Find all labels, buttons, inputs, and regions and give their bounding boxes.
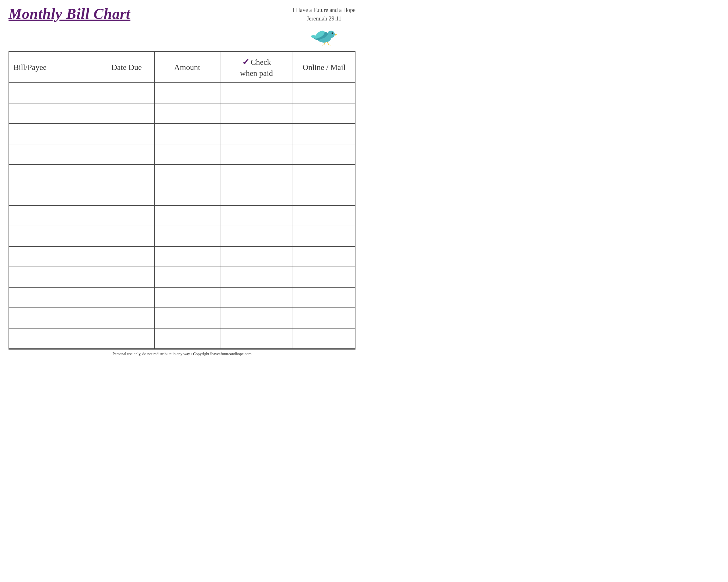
- table-cell[interactable]: [99, 246, 154, 267]
- check-label-line2: when paid: [240, 68, 273, 78]
- table-cell[interactable]: [293, 328, 355, 349]
- table-row: [9, 246, 355, 267]
- table-cell[interactable]: [154, 144, 220, 165]
- table-cell[interactable]: [99, 144, 154, 165]
- col-header-check: ✓ Check when paid: [220, 52, 293, 83]
- table-cell[interactable]: [9, 123, 99, 144]
- table-cell[interactable]: [154, 308, 220, 328]
- table-cell[interactable]: [293, 205, 355, 226]
- table-cell[interactable]: [220, 165, 293, 185]
- table-row: [9, 83, 355, 103]
- table-cell[interactable]: [99, 165, 154, 185]
- table-cell[interactable]: [293, 144, 355, 165]
- table-cell[interactable]: [154, 287, 220, 308]
- table-row: [9, 165, 355, 185]
- table-cell[interactable]: [9, 83, 99, 103]
- table-cell[interactable]: [220, 328, 293, 349]
- table-cell[interactable]: [293, 226, 355, 246]
- table-cell[interactable]: [293, 287, 355, 308]
- table-cell[interactable]: [9, 103, 99, 123]
- table-cell[interactable]: [220, 246, 293, 267]
- table-cell[interactable]: [99, 83, 154, 103]
- col-header-bill: Bill/Payee: [9, 52, 99, 83]
- table-cell[interactable]: [154, 165, 220, 185]
- table-cell[interactable]: [9, 308, 99, 328]
- table-cell[interactable]: [99, 185, 154, 205]
- table-cell[interactable]: [9, 205, 99, 226]
- table-row: [9, 103, 355, 123]
- svg-line-10: [322, 45, 324, 45]
- table-cell[interactable]: [154, 83, 220, 103]
- svg-marker-3: [335, 34, 338, 35]
- table-row: [9, 123, 355, 144]
- table-cell[interactable]: [99, 267, 154, 287]
- table-cell[interactable]: [9, 328, 99, 349]
- table-cell[interactable]: [293, 246, 355, 267]
- table-cell[interactable]: [293, 103, 355, 123]
- table-cell[interactable]: [9, 246, 99, 267]
- table-cell[interactable]: [154, 205, 220, 226]
- table-cell[interactable]: [220, 205, 293, 226]
- table-cell[interactable]: [220, 144, 293, 165]
- table-row: [9, 185, 355, 205]
- table-cell[interactable]: [9, 165, 99, 185]
- footer: Personal use only, do not redistribute i…: [8, 349, 356, 359]
- table-cell[interactable]: [99, 287, 154, 308]
- table-cell[interactable]: [293, 165, 355, 185]
- table-cell[interactable]: [99, 103, 154, 123]
- col-header-online: Online / Mail: [293, 52, 355, 83]
- bird-svg: [310, 24, 341, 46]
- table-cell[interactable]: [220, 308, 293, 328]
- header: Monthly Bill Chart I Have a Future and a…: [8, 6, 356, 48]
- table-cell[interactable]: [99, 226, 154, 246]
- table-cell[interactable]: [154, 103, 220, 123]
- title-section: Monthly Bill Chart: [8, 6, 130, 22]
- table-cell[interactable]: [293, 267, 355, 287]
- table-row: [9, 205, 355, 226]
- table-row: [9, 287, 355, 308]
- table-row: [9, 144, 355, 165]
- svg-point-1: [328, 31, 335, 38]
- table-cell[interactable]: [220, 185, 293, 205]
- table-cell[interactable]: [9, 287, 99, 308]
- table-cell[interactable]: [293, 185, 355, 205]
- table-cell[interactable]: [99, 123, 154, 144]
- table-row: [9, 328, 355, 349]
- table-cell[interactable]: [154, 267, 220, 287]
- table-cell[interactable]: [293, 83, 355, 103]
- svg-line-9: [328, 42, 329, 45]
- table-row: [9, 226, 355, 246]
- table-cell[interactable]: [9, 185, 99, 205]
- table-cell[interactable]: [220, 103, 293, 123]
- table-row: [9, 308, 355, 328]
- table-cell[interactable]: [9, 144, 99, 165]
- table-cell[interactable]: [99, 328, 154, 349]
- scripture-text: I Have a Future and a Hope Jeremiah 29:1…: [293, 6, 356, 23]
- table-cell[interactable]: [220, 226, 293, 246]
- table-cell[interactable]: [220, 287, 293, 308]
- bill-table: Bill/Payee Date Due Amount ✓ Check when …: [8, 52, 356, 349]
- table-body: [9, 83, 355, 349]
- footer-text: Personal use only, do not redistribute i…: [113, 352, 252, 356]
- col-header-date: Date Due: [99, 52, 154, 83]
- table-row: [9, 267, 355, 287]
- table-cell[interactable]: [154, 328, 220, 349]
- header-right: I Have a Future and a Hope Jeremiah 29:1…: [293, 6, 356, 47]
- table-cell[interactable]: [154, 226, 220, 246]
- table-cell[interactable]: [220, 123, 293, 144]
- table-cell[interactable]: [293, 308, 355, 328]
- table-cell[interactable]: [293, 123, 355, 144]
- table-cell[interactable]: [9, 267, 99, 287]
- table-cell[interactable]: [99, 205, 154, 226]
- scripture-line2: Jeremiah 29:11: [293, 14, 356, 23]
- check-label-line1: Check: [251, 57, 271, 67]
- table-cell[interactable]: [220, 83, 293, 103]
- table-cell[interactable]: [154, 185, 220, 205]
- table-cell[interactable]: [99, 308, 154, 328]
- scripture-line1: I Have a Future and a Hope: [293, 6, 356, 14]
- col-header-amount: Amount: [154, 52, 220, 83]
- table-cell[interactable]: [154, 123, 220, 144]
- table-cell[interactable]: [154, 246, 220, 267]
- table-cell[interactable]: [9, 226, 99, 246]
- table-cell[interactable]: [220, 267, 293, 287]
